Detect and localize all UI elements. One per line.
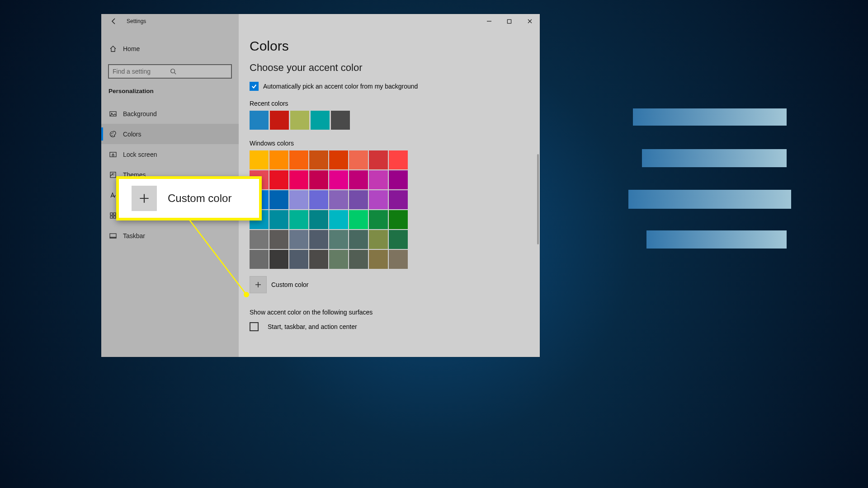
windows-color-swatch[interactable] — [389, 150, 408, 169]
windows-color-swatch[interactable] — [349, 150, 368, 169]
windows-color-swatch[interactable] — [389, 190, 408, 209]
taskbar-icon — [108, 232, 118, 239]
windows-color-swatch[interactable] — [250, 250, 269, 269]
minimize-button[interactable] — [479, 14, 499, 28]
windows-color-swatch[interactable] — [329, 170, 348, 189]
home-button[interactable]: Home — [101, 38, 239, 59]
windows-color-swatch[interactable] — [289, 150, 308, 169]
svg-rect-15 — [507, 19, 511, 23]
close-button[interactable] — [519, 14, 540, 28]
sidebar-item-colors[interactable]: Colors — [101, 124, 239, 144]
sidebar-item-lock-screen[interactable]: Lock screen — [101, 144, 239, 164]
maximize-button[interactable] — [499, 14, 519, 28]
windows-color-swatch[interactable] — [309, 150, 328, 169]
windows-color-swatch[interactable] — [329, 230, 348, 249]
sidebar-item-taskbar[interactable]: Taskbar — [101, 225, 239, 246]
surfaces-label: Show accent color on the following surfa… — [250, 309, 529, 316]
windows-color-swatch[interactable] — [369, 210, 388, 229]
windows-color-swatch[interactable] — [289, 210, 308, 229]
windows-color-swatch[interactable] — [269, 230, 288, 249]
callout-plus-box — [132, 186, 157, 211]
sidebar-item-label: Taskbar — [123, 232, 145, 239]
sidebar-item-label: Colors — [123, 131, 141, 138]
windows-color-swatch[interactable] — [349, 210, 368, 229]
callout-custom-color: Custom color — [116, 176, 262, 221]
custom-color-button[interactable] — [250, 276, 267, 293]
svg-rect-12 — [113, 216, 116, 218]
sidebar-nav: BackgroundColorsLock screenThemesFontsSt… — [101, 103, 239, 246]
palette-icon — [108, 131, 118, 138]
windows-color-swatch[interactable] — [309, 250, 328, 269]
auto-pick-checkbox[interactable] — [250, 82, 259, 91]
windows-color-swatch[interactable] — [369, 150, 388, 169]
picture-icon — [108, 110, 118, 117]
windows-color-swatch[interactable] — [289, 170, 308, 189]
scrollbar[interactable] — [537, 154, 539, 244]
search-placeholder: Find a setting — [113, 68, 170, 75]
recent-color-swatch[interactable] — [331, 111, 350, 130]
windows-color-swatch[interactable] — [389, 250, 408, 269]
windows-color-swatch[interactable] — [269, 190, 288, 209]
recent-color-swatch[interactable] — [311, 111, 330, 130]
windows-color-swatch[interactable] — [389, 230, 408, 249]
svg-rect-9 — [110, 213, 113, 215]
svg-point-3 — [111, 133, 112, 134]
recent-color-swatch[interactable] — [270, 111, 289, 130]
windows-color-swatch[interactable] — [309, 210, 328, 229]
recent-colors-row — [250, 111, 529, 130]
windows-color-swatch[interactable] — [269, 150, 288, 169]
sidebar-item-label: Lock screen — [123, 151, 157, 158]
windows-colors-label: Windows colors — [250, 140, 529, 147]
windows-color-swatch[interactable] — [329, 190, 348, 209]
page-title: Colors — [250, 38, 529, 54]
plus-icon — [139, 193, 149, 203]
windows-color-swatch[interactable] — [289, 190, 308, 209]
svg-rect-10 — [113, 213, 116, 215]
window-title: Settings — [127, 18, 146, 24]
callout-label: Custom color — [168, 192, 231, 205]
windows-color-swatch[interactable] — [389, 170, 408, 189]
back-button[interactable] — [106, 14, 122, 28]
windows-color-swatch[interactable] — [309, 190, 328, 209]
sidebar-item-background[interactable]: Background — [101, 103, 239, 124]
plus-icon — [255, 281, 262, 288]
windows-color-swatch[interactable] — [349, 170, 368, 189]
custom-color-label: Custom color — [271, 281, 308, 288]
windows-color-swatch[interactable] — [269, 210, 288, 229]
windows-color-swatch[interactable] — [329, 250, 348, 269]
surface-start-checkbox[interactable] — [250, 322, 259, 331]
windows-color-swatch[interactable] — [349, 230, 368, 249]
sidebar-section-label: Personalization — [101, 79, 239, 99]
recent-color-swatch[interactable] — [290, 111, 309, 130]
windows-color-swatch[interactable] — [269, 250, 288, 269]
windows-color-swatch[interactable] — [369, 190, 388, 209]
svg-point-5 — [112, 135, 113, 136]
accent-subtitle: Choose your accent color — [250, 62, 529, 74]
windows-color-swatch[interactable] — [369, 170, 388, 189]
recent-colors-label: Recent colors — [250, 100, 529, 107]
svg-rect-11 — [110, 216, 113, 218]
windows-color-swatch[interactable] — [250, 150, 269, 169]
windows-color-swatch[interactable] — [309, 230, 328, 249]
home-icon — [108, 45, 118, 52]
windows-color-swatch[interactable] — [369, 250, 388, 269]
windows-color-swatch[interactable] — [389, 210, 408, 229]
recent-color-swatch[interactable] — [250, 111, 269, 130]
svg-point-0 — [171, 69, 175, 73]
main-pane: Colors Choose your accent color Automati… — [239, 14, 540, 357]
windows-color-swatch[interactable] — [289, 250, 308, 269]
windows-color-swatch[interactable] — [309, 170, 328, 189]
lockscreen-icon — [108, 151, 118, 158]
windows-colors-grid — [250, 150, 529, 269]
windows-color-swatch[interactable] — [369, 230, 388, 249]
windows-color-swatch[interactable] — [349, 250, 368, 269]
windows-color-swatch[interactable] — [329, 210, 348, 229]
windows-color-swatch[interactable] — [329, 150, 348, 169]
windows-color-swatch[interactable] — [349, 190, 368, 209]
home-label: Home — [123, 45, 140, 52]
search-input[interactable]: Find a setting — [108, 64, 232, 79]
windows-color-swatch[interactable] — [269, 170, 288, 189]
windows-light-deco — [633, 95, 796, 276]
windows-color-swatch[interactable] — [250, 230, 269, 249]
windows-color-swatch[interactable] — [289, 230, 308, 249]
